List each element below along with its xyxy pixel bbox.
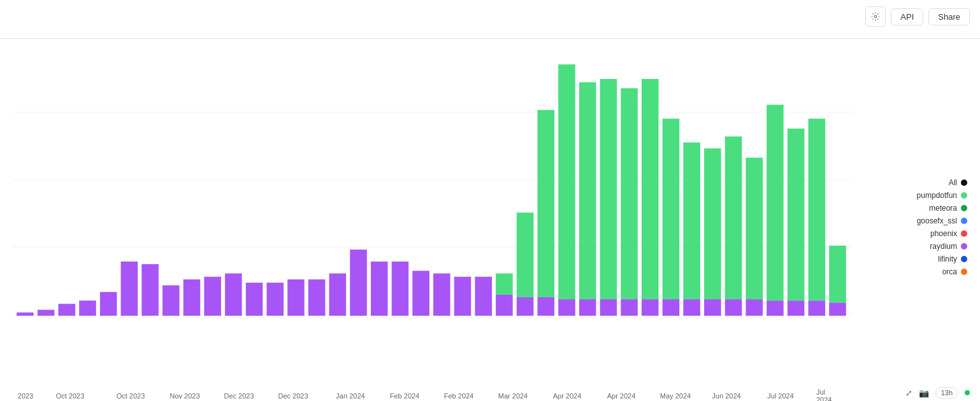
legend-dot <box>961 218 967 224</box>
bar-jul2024-3-purple <box>767 300 784 316</box>
bar-nov2023-1 <box>79 300 96 316</box>
bar-jul2024-5-green <box>809 118 826 300</box>
chart-icon[interactable]: ⤢ <box>905 388 912 398</box>
legend-dot <box>961 269 967 275</box>
bar-jun2024-1-green <box>642 79 659 299</box>
bar-mar2024-3 <box>392 262 409 316</box>
legend-item-goosefx_ssl: goosefx_ssl <box>917 216 967 225</box>
legend-item-lifinity: lifinity <box>917 255 967 264</box>
bar-jan2024-1 <box>184 279 201 316</box>
x-label-feb2024-1: Feb 2024 <box>390 392 419 400</box>
legend-label: lifinity <box>938 255 957 264</box>
bar-mar2024-4 <box>412 271 429 316</box>
bar-apr2024-3 <box>475 277 492 316</box>
legend-item-meteora: meteora <box>917 204 967 213</box>
bar-apr2024-4-green <box>496 274 513 295</box>
bar-jul2024-3-green <box>767 105 784 301</box>
legend-label: raydium <box>930 242 957 251</box>
x-label-2023: 2023 <box>18 392 33 400</box>
bar-feb2024-3 <box>287 279 305 316</box>
x-label-dec2023-2: Dec 2023 <box>278 392 308 400</box>
bar-may2024-4-purple <box>600 299 617 316</box>
bar-jun2024-4-purple <box>704 299 721 316</box>
x-label-oct2023-2: Oct 2023 <box>117 392 145 400</box>
x-label-apr2024-2: Apr 2024 <box>607 392 636 400</box>
bar-feb2024-4 <box>308 279 326 316</box>
legend-label: pumpdotfun <box>917 191 957 200</box>
legend-dot <box>961 256 967 262</box>
bar-jun2024-2-green <box>663 118 680 299</box>
share-button[interactable]: Share <box>928 8 970 25</box>
bar-jul2024-4-green <box>788 129 805 300</box>
legend-label: meteora <box>929 204 957 213</box>
legend-label: goosefx_ssl <box>917 216 957 225</box>
bar-nov2023-2 <box>100 292 117 316</box>
bar-dec2023-2 <box>141 264 159 316</box>
x-label-jul2024-2: Jul 2024 <box>816 388 840 401</box>
bar-jul2024-2-green <box>746 158 763 299</box>
bar-sep2023 <box>17 313 34 316</box>
legend-dot <box>961 192 967 199</box>
legend-item-phoenix: phoenix <box>917 229 967 238</box>
bar-oct2023-2 <box>59 304 76 316</box>
legend-dot <box>961 243 967 250</box>
bar-jul2024-6-green <box>829 246 846 302</box>
bar-oct2023-1 <box>38 310 55 316</box>
x-label-oct2023-1: Oct 2023 <box>56 392 85 400</box>
x-label-jan2024: Jan 2024 <box>336 392 364 400</box>
bar-jan2024-3 <box>225 274 242 316</box>
bar-may2024-1-purple <box>537 297 554 316</box>
x-label-jun2024: Jun 2024 <box>712 392 740 400</box>
bar-may2024-1-green <box>537 110 554 297</box>
chart-legend: All pumpdotfun meteora goosefx_ssl phoen… <box>917 178 967 276</box>
svg-point-0 <box>875 15 877 18</box>
bar-may2024-3-green <box>579 82 596 299</box>
legend-dot <box>961 205 967 211</box>
legend-dot <box>961 179 967 186</box>
bar-dec2023-3 <box>162 285 180 316</box>
bar-jul2024-1-purple <box>725 299 742 316</box>
bar-jan2024-2 <box>204 277 221 316</box>
legend-item-pumpdotfun: pumpdotfun <box>917 191 967 200</box>
legend-label: All <box>949 178 957 187</box>
status-time: 13h <box>935 387 958 398</box>
bar-jun2024-4-green <box>704 148 721 299</box>
bar-apr2024-5-green <box>517 213 534 297</box>
bar-jul2024-6-purple <box>829 302 846 316</box>
camera-icon[interactable]: 📷 <box>919 388 929 398</box>
bar-jun2024-3-green <box>683 143 700 299</box>
bottom-bar: ⤢ 📷 13h <box>905 387 970 398</box>
x-label-dec2023-1: Dec 2023 <box>224 392 254 400</box>
bar-may2024-2-purple <box>558 299 575 316</box>
bar-jul2024-1-green <box>725 136 742 299</box>
toolbar: API Share <box>855 0 980 33</box>
bar-jul2024-2-purple <box>746 299 763 316</box>
legend-label: orca <box>942 267 957 276</box>
legend-dot <box>961 230 967 237</box>
bar-may2024-5-purple <box>621 299 638 316</box>
bar-may2024-3-purple <box>579 299 596 316</box>
bar-jun2024-3-purple <box>683 299 700 316</box>
legend-item-raydium: raydium <box>917 242 967 251</box>
bar-may2024-4-green <box>600 79 617 299</box>
bar-mar2024-1 <box>350 250 367 316</box>
chart-area <box>13 45 853 382</box>
bar-jul2024-5-purple <box>809 300 826 316</box>
bar-dec2023-1 <box>121 262 138 316</box>
bar-apr2024-5-purple <box>517 297 534 316</box>
x-label-jul2024-1: Jul 2024 <box>767 392 794 400</box>
settings-icon-btn[interactable] <box>865 6 886 27</box>
bar-jun2024-1-purple <box>642 299 659 316</box>
legend-label: phoenix <box>930 229 957 238</box>
bar-jun2024-2-purple <box>663 299 680 316</box>
bar-jul2024-4-purple <box>788 300 805 316</box>
x-label-may2024: May 2024 <box>660 392 691 400</box>
legend-item-orca: orca <box>917 267 967 276</box>
header-divider <box>0 38 980 39</box>
legend-item-All: All <box>917 178 967 187</box>
x-label-mar2024: Mar 2024 <box>498 392 528 400</box>
api-button[interactable]: API <box>891 8 923 25</box>
x-label-apr2024-1: Apr 2024 <box>553 392 582 400</box>
bar-feb2024-5 <box>329 274 347 316</box>
bar-mar2024-2 <box>371 262 388 316</box>
